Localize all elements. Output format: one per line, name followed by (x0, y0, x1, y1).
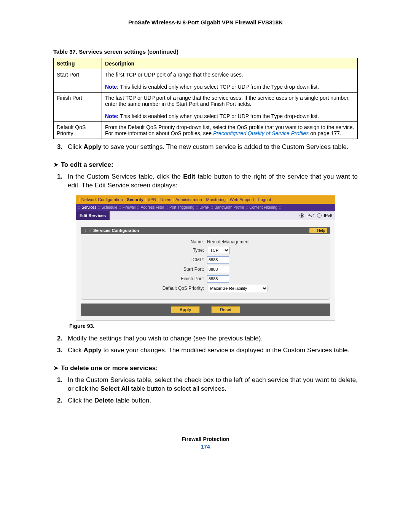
step-text: In the Custom Services table, select the… (68, 376, 358, 393)
nav-item[interactable]: VPN (148, 197, 156, 202)
note-text: This field is enabled only when you sele… (119, 84, 319, 90)
help-button[interactable]: ❔ Help (309, 228, 327, 233)
cell-setting: Start Port (54, 69, 102, 93)
page-footer: Firewall Protection 174 (53, 432, 358, 450)
nav-item[interactable]: Web Support (230, 197, 254, 202)
subnav-item[interactable]: Content Filtering (249, 205, 277, 209)
apply-button[interactable]: Apply (171, 306, 200, 313)
step-text: In the Custom Services table, click the … (68, 173, 358, 190)
note-label: Note: (105, 84, 119, 90)
step-number: 3. (57, 143, 68, 152)
section-heading-edit: ➤To edit a service: (53, 161, 358, 169)
qos-select[interactable]: Maximize-Reliability (207, 285, 268, 292)
step-number: 2. (57, 334, 68, 343)
step-text: Modify the settings that you wish to cha… (68, 334, 358, 343)
panel-titlebar: Edit Services IPv4 IPv6 (76, 211, 335, 220)
link-text[interactable]: Preconfigured Quality of Service Profile… (213, 130, 309, 136)
panel-title: Edit Services (76, 211, 110, 220)
nav-item[interactable]: Network Configuration (81, 197, 123, 202)
th-setting: Setting (54, 58, 102, 69)
subnav-item[interactable]: Port Triggering (169, 205, 194, 209)
nav-item[interactable]: Administration (175, 197, 202, 202)
icmp-label: ICMP: (105, 257, 204, 262)
nav-item[interactable]: Users (160, 197, 171, 202)
footer-section: Firewall Protection (53, 436, 358, 442)
reset-button[interactable]: Reset (211, 306, 240, 313)
form-area: Name: RemoteManagement Type: TCP ICMP: S… (81, 234, 330, 300)
subnav-item[interactable]: Schedule (101, 205, 117, 209)
name-value: RemoteManagement (207, 239, 306, 244)
action-bar: Apply Reset (81, 304, 330, 316)
note-text: This field is enabled only when you sele… (119, 113, 319, 119)
ipv6-label: IPv6 (324, 213, 332, 218)
cell-desc: The last TCP or UDP port of a range that… (102, 93, 358, 122)
subnav-item[interactable]: Firewall (123, 205, 135, 209)
arrow-icon: ➤ (53, 161, 59, 168)
secondary-nav: :: Services:: Schedule:: Firewall:: Addr… (76, 204, 335, 211)
startport-label: Start Port: (105, 267, 204, 272)
type-select[interactable]: TCP (207, 247, 230, 254)
footer-pagenum: 174 (53, 444, 358, 450)
nav-item[interactable]: Logout (258, 197, 271, 202)
primary-nav: | Network Configuration| Security| VPN| … (76, 195, 335, 204)
step-text: Click Apply to save your settings. The n… (68, 143, 358, 152)
finishport-label: Finish Port: (105, 276, 204, 281)
figure-caption: Figure 93. (69, 323, 358, 329)
step-text: Click Apply to save your changes. The mo… (68, 346, 358, 355)
table-caption: Table 37. Services screen settings (cont… (53, 48, 358, 55)
subnav-item[interactable]: Services (82, 205, 96, 209)
nav-item[interactable]: Monitoring (206, 197, 225, 202)
arrow-icon: ➤ (53, 364, 59, 372)
desc-text: The last TCP or UDP port of a range that… (105, 95, 350, 107)
desc-text: on page 177. (309, 130, 341, 136)
nav-item[interactable]: Security (127, 197, 143, 202)
section-heading-delete: ➤To delete one or more services: (53, 364, 358, 372)
table-row: Finish Port The last TCP or UDP port of … (54, 93, 358, 122)
step-number: 2. (57, 396, 68, 405)
subnav-item[interactable]: Address Filter (141, 205, 164, 209)
name-label: Name: (105, 239, 204, 244)
subnav-item[interactable]: Bandwidth Profile (215, 205, 244, 209)
table-row: Start Port The first TCP or UDP port of … (54, 69, 358, 93)
icmp-input[interactable] (207, 256, 229, 264)
cell-setting: Default QoS Priority (54, 122, 102, 139)
section-header: ⋮⋮ Services Configuration ❔ Help (81, 227, 330, 234)
desc-text: The first TCP or UDP port of a range tha… (105, 72, 243, 78)
step-text: Click the Delete table button. (68, 396, 358, 405)
section-title: ⋮⋮ Services Configuration (84, 228, 139, 233)
startport-input[interactable] (207, 266, 229, 273)
step-number: 1. (57, 376, 68, 393)
ipv4-label: IPv4 (306, 213, 315, 218)
cell-desc: The first TCP or UDP port of a range tha… (102, 69, 358, 93)
ipv4-radio[interactable] (299, 213, 304, 218)
step-number: 1. (57, 173, 68, 190)
type-label: Type: (105, 248, 204, 253)
settings-table: Setting Description Start Port The first… (53, 58, 358, 139)
finishport-input[interactable] (207, 275, 229, 283)
ipv6-radio[interactable] (317, 213, 322, 218)
note-label: Note: (105, 113, 119, 119)
subnav-item[interactable]: UPnP (199, 205, 209, 209)
page-header: ProSafe Wireless-N 8-Port Gigabit VPN Fi… (53, 19, 358, 26)
th-description: Description (102, 58, 358, 69)
cell-setting: Finish Port (54, 93, 102, 122)
cell-desc: From the Default QoS Priority drop-down … (102, 122, 358, 139)
qos-label: Default QoS Priority: (105, 286, 204, 291)
step-number: 3. (57, 346, 68, 355)
edit-service-screenshot: | Network Configuration| Security| VPN| … (76, 195, 335, 321)
table-row: Default QoS Priority From the Default Qo… (54, 122, 358, 139)
